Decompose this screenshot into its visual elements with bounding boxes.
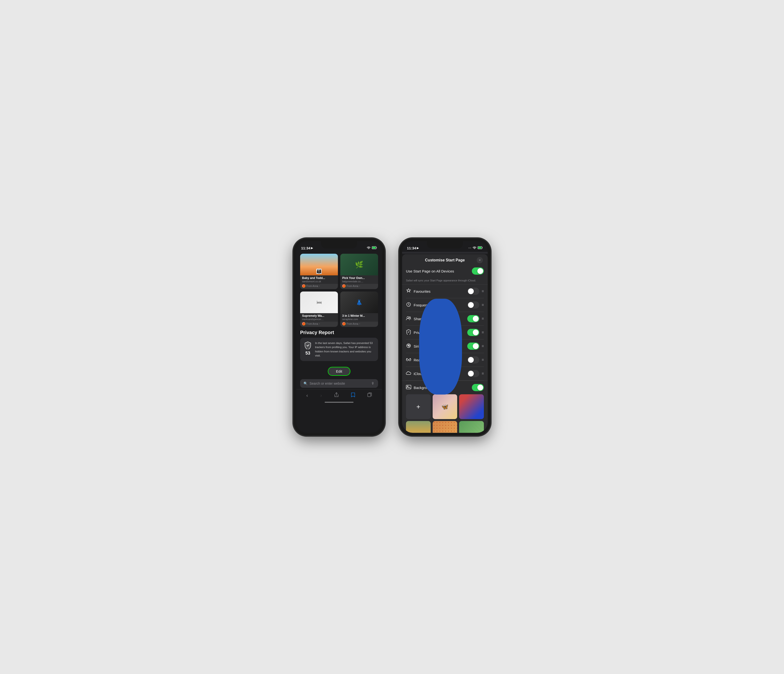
search-bar[interactable]: 🔍 Search or enter website 🎙: [300, 379, 378, 388]
wifi-icon-1: [367, 246, 370, 250]
card-pick-your-own[interactable]: 🌿 Pick Your Own... balgoneestate.co.... …: [340, 254, 378, 289]
battery-icon-2: [478, 246, 483, 250]
privacy-title: Privacy Report: [300, 330, 378, 335]
card-from-3: 🍎 From Anna ›: [300, 321, 338, 327]
siri-icon: [406, 343, 411, 349]
drag-handle-siri[interactable]: ≡: [482, 344, 484, 348]
card-from-label-3: From Anna: [306, 323, 318, 325]
shared-with-you-toggle[interactable]: [467, 315, 479, 322]
drag-handle-privacy[interactable]: ≡: [482, 330, 484, 335]
butterfly-icon: 🦋: [441, 403, 448, 410]
forward-icon[interactable]: ›: [319, 392, 324, 399]
card-supremely[interactable]: 🛏 Supremely Wa... marksandspencer.... 🍎 …: [300, 292, 338, 327]
tabs-icon[interactable]: [366, 392, 374, 399]
privacy-description: In the last seven days, Safari has preve…: [315, 341, 375, 358]
share-icon[interactable]: [332, 392, 341, 399]
card-from-4: 🍎 From Anna ›: [340, 321, 378, 327]
close-button[interactable]: ✕: [477, 257, 483, 263]
card-url-3: marksandspencer....: [300, 318, 338, 321]
card-from-label-1: From Anna: [306, 285, 318, 287]
status-icons-2: ···: [468, 246, 483, 250]
glasses-icon: [406, 357, 411, 362]
image-icon: [406, 385, 411, 390]
card-from-2: 🍎 From Anna ›: [340, 284, 378, 289]
phone-2: 11:34 ▶ ···: [399, 238, 491, 436]
star-icon: [406, 289, 411, 294]
background-grid: + 🦋: [406, 394, 484, 433]
toggle-knob-freq: [468, 302, 474, 308]
phone-2-screen: 11:34 ▶ ···: [402, 241, 488, 433]
drag-handle-reading[interactable]: ≡: [482, 358, 484, 362]
from-avatar-2: 🍎: [342, 284, 345, 288]
edit-button[interactable]: Edit: [328, 367, 350, 376]
setting-favourites: Favourites ≡: [406, 284, 484, 298]
bg-thumb-nature[interactable]: [406, 421, 431, 433]
chevron-4: ›: [359, 323, 360, 325]
modal-body: Use Start Page on All Devices Safari wil…: [402, 264, 488, 433]
card-winter[interactable]: 👗 3 in 1 Winter M... seraphine.com 🍎 Fro…: [340, 292, 378, 327]
card-img-black: 👗: [340, 292, 378, 313]
svg-point-0: [369, 249, 369, 249]
drag-handle-favourites[interactable]: ≡: [482, 289, 484, 293]
card-img-beach: 👨‍👩‍👧: [300, 254, 338, 275]
phone-1: 11:34 ▶: [293, 238, 385, 436]
green-icon: 🌿: [355, 261, 363, 268]
fashion-icon: 👗: [356, 299, 362, 306]
svg-point-4: [474, 249, 475, 249]
card-baby-todd[interactable]: 👨‍👩‍👧 Baby and Todd... sandsresort.co.uk…: [300, 254, 338, 289]
background-section: Background Image + 🦋: [402, 381, 488, 433]
favourites-toggle[interactable]: [467, 288, 479, 295]
shared-cards-grid: 👨‍👩‍👧 Baby and Todd... sandsresort.co.uk…: [296, 254, 382, 327]
svg-point-11: [408, 345, 409, 346]
privacy-report-toggle[interactable]: [467, 329, 479, 336]
drag-handle-shared[interactable]: ≡: [482, 317, 484, 321]
from-avatar-3: 🍎: [302, 322, 305, 325]
cloud-icon: [406, 371, 411, 376]
privacy-count: 53: [305, 351, 310, 356]
bg-thumb-dots[interactable]: [432, 421, 457, 433]
beach-figures-icon: 👨‍👩‍👧: [316, 268, 322, 274]
bg-thumb-abstract[interactable]: [459, 394, 484, 419]
setting-left-favourites: Favourites: [406, 289, 431, 294]
card-from-1: 🍎 From Anna ›: [300, 284, 338, 289]
frequently-visited-toggle[interactable]: [467, 301, 479, 309]
svg-rect-6: [478, 247, 481, 249]
svg-point-9: [409, 317, 411, 318]
plus-icon: +: [416, 403, 420, 411]
card-from-label-4: From Anna: [347, 323, 358, 325]
toggle-knob-icloud: [468, 371, 474, 376]
home-indicator-1: [325, 402, 353, 403]
bg-thumb-butterfly[interactable]: 🦋: [432, 394, 457, 419]
svg-point-12: [406, 359, 408, 361]
add-background-button[interactable]: +: [406, 394, 431, 419]
card-url-4: seraphine.com: [340, 318, 378, 321]
icloud-tabs-toggle[interactable]: [467, 370, 479, 377]
drag-handle-icloud[interactable]: ≡: [482, 371, 484, 376]
location-icon-2: ▶: [417, 247, 419, 250]
setting-right-favourites: ≡: [467, 288, 484, 295]
setting-right-freq: ≡: [467, 301, 484, 309]
bg-thumb-leaves[interactable]: [459, 421, 484, 433]
bookmarks-icon[interactable]: [349, 392, 357, 399]
time-display-2: 11:34: [407, 246, 416, 250]
drag-handle-freq[interactable]: ≡: [482, 303, 484, 307]
wifi-icon-2: [473, 246, 476, 250]
chevron-3: ›: [319, 323, 320, 325]
setting-right-siri: ≡: [467, 343, 484, 350]
setting-right-icloud: ≡: [467, 370, 484, 377]
from-avatar-4: 🍎: [342, 322, 345, 325]
svg-rect-3: [368, 393, 370, 397]
back-icon[interactable]: ‹: [305, 392, 310, 399]
reading-list-toggle[interactable]: [467, 356, 479, 364]
background-image-toggle[interactable]: [472, 384, 484, 391]
card-img-white: 🛏: [300, 292, 338, 313]
white-icon: 🛏: [316, 299, 322, 306]
shield-setting-icon: [406, 329, 411, 336]
chevron-1: ›: [319, 285, 320, 287]
modal-title: Customise Start Page: [425, 258, 465, 262]
privacy-icon-wrap: 53: [303, 341, 312, 356]
card-url-1: sandsresort.co.uk: [300, 280, 338, 284]
svg-rect-2: [372, 247, 376, 249]
siri-suggestions-toggle[interactable]: [467, 343, 479, 350]
sync-toggle[interactable]: [472, 267, 484, 275]
